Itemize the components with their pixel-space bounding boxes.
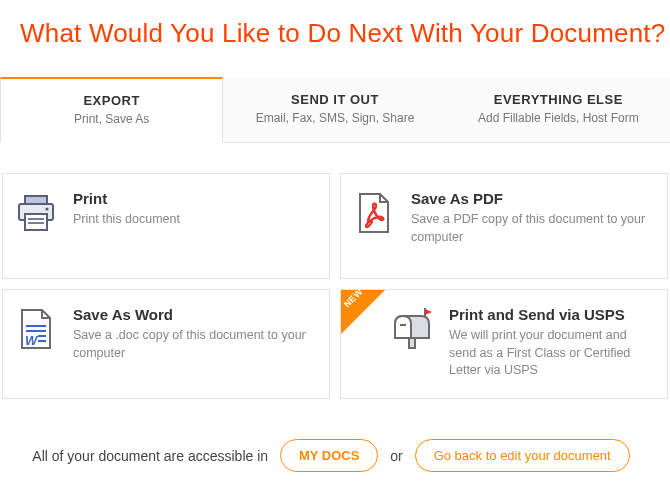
- tile-save-word[interactable]: W Save As Word Save a .doc copy of this …: [2, 289, 330, 399]
- tile-desc: Print this document: [73, 211, 315, 229]
- tile-desc: We will print your document and send as …: [449, 327, 653, 380]
- svg-rect-3: [25, 214, 47, 230]
- tile-title: Save As Word: [73, 306, 315, 323]
- tile-title: Save As PDF: [411, 190, 653, 207]
- tab-label: EXPORT: [11, 93, 212, 108]
- svg-text:W: W: [25, 333, 39, 348]
- footer: All of your document are accessible in M…: [0, 439, 670, 472]
- tile-grid: Print Print this document Save As PDF Sa…: [0, 173, 670, 399]
- go-back-button[interactable]: Go back to edit your document: [415, 439, 630, 472]
- pdf-icon: [351, 190, 397, 236]
- tile-title: Print and Send via USPS: [449, 306, 653, 323]
- tab-sublabel: Add Fillable Fields, Host Form: [458, 111, 659, 125]
- tab-bar: EXPORT Print, Save As SEND IT OUT Email,…: [0, 77, 670, 143]
- tile-title: Print: [73, 190, 315, 207]
- mailbox-icon: [389, 306, 435, 352]
- tab-label: SEND IT OUT: [234, 92, 435, 107]
- tile-desc: Save a .doc copy of this document to you…: [73, 327, 315, 362]
- my-docs-button[interactable]: MY DOCS: [280, 439, 378, 472]
- tile-desc: Save a PDF copy of this document to your…: [411, 211, 653, 246]
- printer-icon: [13, 190, 59, 236]
- svg-rect-13: [409, 338, 415, 348]
- tab-sublabel: Print, Save As: [11, 112, 212, 126]
- footer-mid-text: or: [390, 447, 402, 463]
- svg-rect-12: [400, 324, 406, 326]
- svg-point-2: [45, 207, 48, 210]
- tab-label: EVERYTHING ELSE: [458, 92, 659, 107]
- new-badge: NEW: [341, 290, 385, 334]
- tab-export[interactable]: EXPORT Print, Save As: [0, 77, 223, 143]
- page-title: What Would You Like to Do Next With Your…: [0, 0, 670, 49]
- tab-sublabel: Email, Fax, SMS, Sign, Share: [234, 111, 435, 125]
- tile-print[interactable]: Print Print this document: [2, 173, 330, 279]
- tile-save-pdf[interactable]: Save As PDF Save a PDF copy of this docu…: [340, 173, 668, 279]
- word-doc-icon: W: [13, 306, 59, 352]
- tab-everything-else[interactable]: EVERYTHING ELSE Add Fillable Fields, Hos…: [447, 77, 670, 142]
- tab-send-it-out[interactable]: SEND IT OUT Email, Fax, SMS, Sign, Share: [223, 77, 446, 142]
- tile-usps[interactable]: NEW Print and Send via USPS We will prin…: [340, 289, 668, 399]
- footer-pre-text: All of your document are accessible in: [32, 447, 268, 463]
